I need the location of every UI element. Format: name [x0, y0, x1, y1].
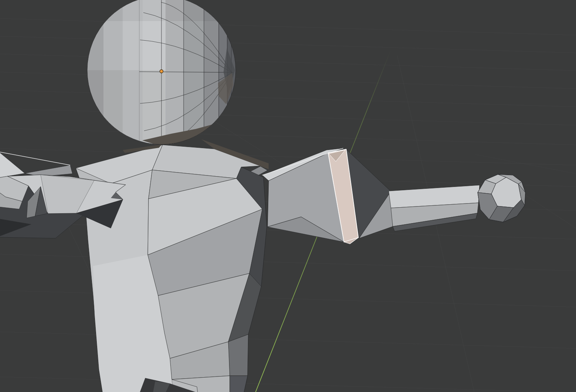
face-side-mid-block[interactable] [228, 334, 248, 376]
origin-dot[interactable] [160, 70, 163, 73]
object-origin[interactable] [160, 70, 163, 73]
mesh-torso[interactable] [76, 139, 269, 392]
blender-3d-viewport[interactable] [0, 0, 576, 392]
viewport-canvas[interactable] [0, 0, 576, 392]
head-strip [166, 0, 184, 150]
